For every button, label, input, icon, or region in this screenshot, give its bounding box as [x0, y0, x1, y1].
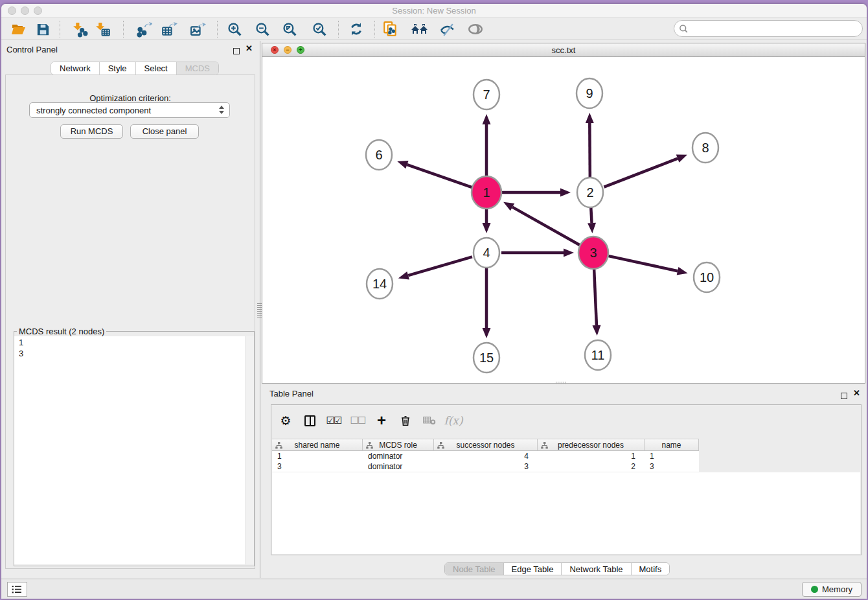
table-row: 3dominator323	[272, 461, 699, 472]
table-panel-close-icon[interactable]: ✕	[853, 390, 860, 397]
tab-network[interactable]: Network	[51, 62, 100, 75]
tab-network-table[interactable]: Network Table	[562, 563, 631, 575]
table-cell[interactable]: 3	[272, 461, 363, 472]
columns-icon	[304, 415, 315, 426]
table-cell[interactable]: 3	[645, 461, 699, 472]
table-cell[interactable]: 2	[538, 461, 645, 472]
select-all-button[interactable]: ☑☑	[324, 411, 343, 430]
tab-edge-table[interactable]: Edge Table	[504, 563, 562, 575]
zoom-out-icon	[255, 21, 271, 38]
edge-1-6[interactable]	[407, 165, 472, 187]
home-layout-button[interactable]	[411, 20, 429, 38]
graph-node-14[interactable]: 14	[367, 269, 393, 299]
network-resize-grip[interactable]	[556, 382, 567, 384]
list-icon	[12, 584, 23, 594]
graph-node-10[interactable]: 10	[694, 262, 720, 292]
deselect-all-button[interactable]: ☐☐	[348, 411, 367, 430]
column-header-successor-nodes[interactable]: successor nodes	[434, 439, 538, 450]
column-header-predecessor-nodes[interactable]: predecessor nodes	[538, 439, 645, 450]
graph-node-1[interactable]: 1	[472, 176, 501, 209]
close-panel-button[interactable]: Close panel	[130, 124, 199, 139]
function-builder-button[interactable]: f(x)	[444, 411, 463, 430]
delete-row-button[interactable]	[396, 411, 415, 430]
graph-node-15[interactable]: 15	[474, 343, 499, 373]
edge-3-10[interactable]	[608, 256, 678, 271]
mcds-result-list[interactable]: 13	[14, 336, 246, 564]
edge-3-1[interactable]	[512, 207, 580, 246]
hide-panels-button[interactable]	[438, 20, 456, 38]
result-scrollbar[interactable]	[246, 336, 254, 564]
delete-table-button[interactable]	[420, 411, 439, 430]
export-table-button[interactable]	[160, 20, 178, 38]
table-cell[interactable]: 3	[434, 461, 538, 472]
edge-4-14[interactable]	[408, 257, 472, 275]
open-session-button[interactable]	[10, 20, 28, 38]
search-field[interactable]	[674, 20, 863, 37]
tab-style[interactable]: Style	[100, 62, 136, 75]
table-cell[interactable]: dominator	[363, 461, 434, 472]
table-cell[interactable]: 4	[434, 451, 538, 461]
import-table-button[interactable]	[93, 20, 111, 38]
column-header-MCDS-role[interactable]: MCDS role	[363, 439, 434, 450]
refresh-view-button[interactable]	[347, 20, 365, 38]
control-panel-float-icon[interactable]	[233, 45, 240, 57]
graph-node-11[interactable]: 11	[585, 340, 611, 370]
table-cell[interactable]: 1	[645, 451, 699, 461]
tab-node-table[interactable]: Node Table	[445, 563, 504, 575]
table-empty-area[interactable]	[272, 472, 860, 554]
table-cell[interactable]: 1	[272, 451, 363, 461]
mcds-result-item: 1	[19, 337, 246, 348]
graph-node-2[interactable]: 2	[577, 178, 603, 207]
show-columns-button[interactable]	[300, 411, 319, 430]
network-canvas[interactable]: 7968124314101511	[262, 57, 865, 383]
add-row-button[interactable]: +	[372, 411, 391, 430]
column-header-name[interactable]: name	[645, 439, 699, 450]
show-view-button[interactable]	[466, 20, 485, 38]
memory-button[interactable]: Memory	[802, 582, 862, 597]
table-panel-float-icon[interactable]	[841, 390, 847, 402]
table-cell[interactable]: dominator	[363, 451, 434, 461]
zoom-fit-icon	[282, 21, 298, 38]
criterion-dropdown[interactable]: strongly connected component	[29, 102, 230, 118]
edge-arrowhead	[586, 113, 594, 123]
graph-node-3[interactable]: 3	[578, 237, 608, 269]
import-network-button[interactable]	[71, 20, 89, 38]
node-label: 1	[483, 185, 490, 200]
export-network-button[interactable]	[135, 20, 153, 38]
graph-node-6[interactable]: 6	[366, 140, 392, 170]
zoom-selected-button[interactable]	[310, 20, 328, 38]
column-header-shared-name[interactable]: shared name	[272, 439, 363, 450]
clone-network-button[interactable]	[382, 20, 400, 38]
node-label: 14	[372, 277, 387, 291]
edge-2-8[interactable]	[604, 159, 678, 187]
edge-arrowhead	[677, 267, 688, 275]
toolbar-separator	[60, 21, 60, 38]
export-image-button[interactable]	[188, 20, 207, 38]
zoom-in-button[interactable]	[225, 20, 244, 38]
graph-node-8[interactable]: 8	[692, 133, 718, 163]
edge-arrowhead	[397, 161, 408, 168]
tab-select[interactable]: Select	[136, 62, 177, 75]
zoom-fit-button[interactable]	[280, 20, 299, 38]
graph-node-9[interactable]: 9	[577, 78, 602, 108]
save-session-button[interactable]	[34, 20, 52, 38]
edge-arrowhead	[592, 325, 600, 336]
graph-node-4[interactable]: 4	[474, 238, 499, 268]
edge-3-11[interactable]	[594, 268, 597, 325]
graph-node-7[interactable]: 7	[474, 80, 499, 110]
toolbar-separator	[374, 21, 375, 38]
hide-panels-icon	[439, 21, 455, 38]
task-history-button[interactable]	[7, 582, 27, 597]
run-mcds-button[interactable]: Run MCDS	[60, 124, 123, 139]
edge-2-3[interactable]	[591, 207, 591, 223]
splitter-grip[interactable]	[257, 303, 262, 317]
search-input[interactable]	[692, 24, 862, 34]
refresh-icon	[348, 21, 364, 37]
table-settings-button[interactable]: ⚙	[276, 411, 295, 430]
zoom-out-button[interactable]	[253, 20, 271, 38]
control-panel-close-icon[interactable]: ✕	[246, 45, 253, 52]
edge-2-9[interactable]	[589, 123, 590, 178]
tab-mcds[interactable]: MCDS	[177, 62, 218, 75]
table-cell[interactable]: 1	[538, 451, 645, 461]
tab-motifs[interactable]: Motifs	[632, 563, 670, 575]
